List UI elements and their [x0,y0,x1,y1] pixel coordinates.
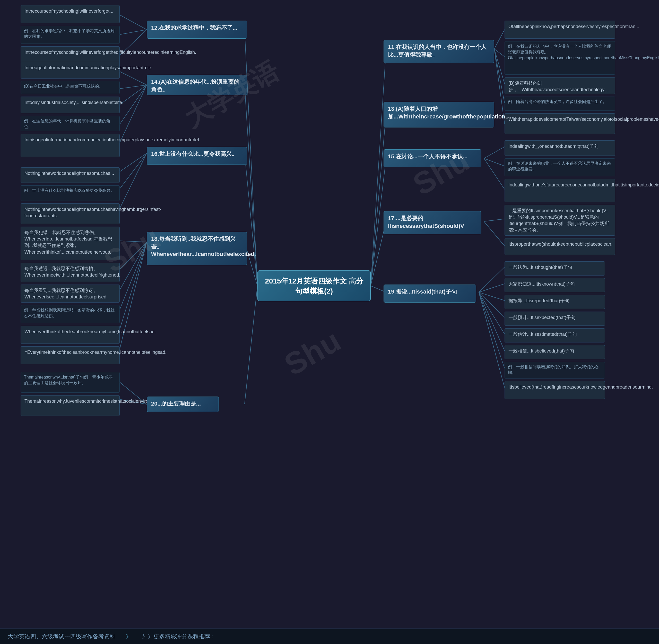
example-16-1: 例：世上没有什么比到快餐店吃汉堡更令我高兴。 [21,185,120,201]
branch-18-label: 18.每当我听到..我就忍不住感到兴奋。WheneverIhear...Ican… [151,236,256,257]
example-12-1-text: 例：在我的求学过程中，我忘不了学习英文所遭到的大困难。 [24,29,115,39]
example-11-1: 例：在我认识的人当中，也许没有一个人比我的英文老师张老师更值得我尊敬。Ofall… [504,41,615,75]
leaf-18-5: =EverytimeIthinkofthecleanbrooknearmyhom… [21,346,120,364]
svg-line-5 [118,14,147,30]
leaf-12-1: InthecourseofmyschoolingIwillneverforget… [21,5,120,23]
leaf-17-2: Itisproperthatwe(should)keepthepublicpla… [504,238,615,255]
leaf-14-3-text: Inthisageofinformationandcommunicationth… [24,137,200,142]
branch-11: 11.在我认识的人当中，也许没有一个人比...更值得我尊敬。 [383,40,494,63]
leaf-14-1-text: Intheageofinformationandcommunicationpla… [24,65,152,70]
bottom-bar-arrow1: 》 [126,632,132,641]
leaf-16-1-text: Nothingintheworldcandelightmesomuchas... [24,171,114,176]
leaf-18-2: 每当我遭遇...我就忍不住感到害怕。WheneverImeetwith...Ic… [21,263,120,282]
leaf-16-2-text: Nothingintheworldcandelightmesomuchashav… [24,207,161,218]
svg-line-13 [118,153,147,172]
leaf-19-4: 一般预计...Itisexpected(that)子句 [504,312,605,326]
leaf-17-1-text: ...是重要的Itisimportant/essentialthatS(shou… [509,208,610,233]
svg-line-29 [494,30,504,49]
leaf-19-2: 大家都知道...Itisknown(that)子句 [504,278,605,292]
branch-16: 16.世上没有什么比...更令我高兴。 [147,147,247,165]
leaf-14-1: Intheageofinformationandcommunicationpla… [21,62,120,78]
leaf-19-3: 据报导...Itisreported(that)子句 [504,295,605,309]
leaf-19-2-text: 大家都知道...Itisknown(that)子句 [509,281,575,286]
example-19-1: 例：一般相信阅读增加我们的知识、扩大我们的心胸。 [504,362,605,378]
leaf-19-3-text: 据报导...Itisreported(that)子句 [509,298,569,303]
svg-line-42 [479,292,504,317]
leaf-12-1-text: InthecourseofmyschoolingIwillneverforget… [24,8,113,14]
leaf-19-6-text: 一般相信...Itisbelieved(that)子句 [509,348,574,353]
leaf-11-2: (B)随着科技的进步，...Withtheadvanceofscienceand… [504,77,615,94]
branch-14: 14.(A)在这信息的年代...扮演重要的角色。 [147,75,247,95]
svg-line-43 [479,292,504,334]
example-12-1: 例：在我的求学过程中，我忘不了学习英文所遭到的大困难。 [21,26,120,44]
branch-17-label: 17....是必要的ItisnecessarythatS(should)V [388,215,464,229]
leaf-14-3: Inthisageofinformationandcommunicationth… [21,134,120,157]
example-15-1-text: 例：在讨论未来的职业，一个人不得不承认尽早决定未来的职业很重要。 [508,161,611,171]
leaf-19-7-text: Itisbelieved(that)readfingincreasesourkn… [509,385,653,390]
leaf-14-2-text: Intoday'sindustrialsociety,...isindispen… [24,100,123,105]
branch-12: 12.在我的求学过程中，我忘不了... [147,21,247,39]
branch-15-label: 15.在讨论...一个人不得不承认... [388,153,468,160]
branch-18: 18.每当我听到..我就忍不住感到兴奋。WheneverIhear...Ican… [147,232,247,265]
leaf-11-3: WiththerrapiddevelopmentofTaiwan'seconom… [504,113,615,134]
svg-line-31 [494,49,504,84]
example-19-1-text: 例：一般相信阅读增加我们的知识、扩大我们的心胸。 [508,365,598,375]
svg-line-37 [484,219,504,222]
svg-line-6 [118,30,147,35]
leaf-12-2-text: InthecourseofmyschoolingIwillneverforget… [24,50,196,55]
branch-15: 15.在讨论...一个人不得不承认... [383,150,481,167]
leaf-15-1: Indealingwith_,onecannotbutadmit(that)子句 [504,140,615,156]
leaf-18-1-text: 每当我犯错，我就忍不住感到悲伤。WheneverIdo...Icannotbut… [24,230,112,255]
branch-17: 17....是必要的ItisnecessarythatS(should)V [383,211,481,234]
branch-13: 13.(A)随着人口的增加...Withtheincrease/growthof… [383,102,494,128]
branch-14-label: 14.(A)在这信息的年代...扮演重要的角色。 [151,78,239,93]
leaf-20-1: ThemainreasonwhyJuvenilescommitcrimesist… [21,395,120,416]
svg-line-45 [479,292,504,368]
leaf-17-2-text: Itisproperthatwe(should)keepthepublicpla… [509,242,612,247]
branch-20: 20...的主要理由是... [147,396,219,412]
example-16-1-text: 例：世上没有什么比到快餐店吃汉堡更令我高兴。 [24,188,115,192]
leaf-15-1-text: Indealingwith_,onecannotbutadmit(that)子句 [509,144,599,149]
svg-line-19 [118,242,147,313]
leaf-18-2-text: 每当我遭遇...我就忍不住感到害怕。WheneverImeetwith...Ic… [24,266,120,278]
branch-19-label: 19.据说...Itissaid(that)子句 [388,289,457,295]
example-20-1-text: Themainreasonwhy...is(that)子句例：青少年犯罪的主要理… [24,375,113,385]
leaf-19-1: 一般认为...Itisthought(that)子句 [504,261,605,276]
watermark4: Shu [278,323,347,383]
example-14-1-text: (B)在今日工业社会中...是生命不可或缺的。 [24,84,103,88]
leaf-19-4-text: 一般预计...Itisexpected(that)子句 [509,315,575,320]
leaf-19-1-text: 一般认为...Itisthought(that)子句 [509,265,572,270]
bottom-bar-item1: 大学英语四、六级考试---四级写作备考资料 [8,633,115,640]
svg-line-34 [484,147,504,158]
svg-line-41 [479,292,504,300]
leaf-18-4: WheneverIthinkofthecleanbrooknearmyhome,… [21,326,120,344]
svg-line-9 [118,85,147,89]
leaf-11-3-text: WiththerrapiddevelopmentofTaiwan'seconom… [509,117,659,122]
example-11-2: 例：随着台湾经济的快速发展，许多社会问题产生了。 [504,96,615,111]
svg-line-18 [118,242,147,292]
example-15-1: 例：在讨论未来的职业，一个人不得不承认尽早决定未来的职业很重要。 [504,158,615,176]
leaf-17-1: ...是重要的Itisimportant/essentialthatS(shou… [504,205,615,236]
svg-line-16 [118,241,147,242]
example-20-1: Themainreasonwhy...is(that)子句例：青少年犯罪的主要理… [21,372,120,393]
svg-line-38 [484,222,504,246]
svg-line-21 [118,242,147,354]
leaf-19-5: 一般估计...Itisestimated(that)子句 [504,328,605,343]
svg-line-4 [244,286,257,404]
svg-line-25 [371,113,386,286]
bottom-bar-item2: 》》更多精彩冲分课程推荐： [142,633,216,640]
example-14-2-text: 例：在这信息的年代，计算机扮演非常重要的角色。 [24,119,111,129]
center-label: 2015年12月英语四级作文 高分句型模板(2) [265,277,363,295]
example-18-1: 例：每当我想到我家附近那一条清澈的小溪，我就忍不住感到悲伤。 [21,305,120,323]
mind-map: 大学英语 Shu Shu Shu 2015年12月英语四级作文 高分句型模板(2… [0,0,659,644]
leaf-11-1: Ofallthepeoplelknow,perhapsnondeservesmy… [504,21,615,39]
svg-line-15 [118,153,147,211]
center-node: 2015年12月英语四级作文 高分句型模板(2) [257,270,371,301]
bottom-bar: 大学英语四、六级考试---四级写作备考资料 》 》》更多精彩冲分课程推荐： [0,628,659,644]
svg-line-36 [484,158,504,189]
branch-13-label: 13.(A)随着人口的增加...Withtheincrease/growthof… [388,106,512,120]
svg-line-40 [479,284,504,292]
leaf-16-2: Nothingintheworldcandelightmesomuchashav… [21,203,120,224]
svg-line-8 [118,71,147,85]
leaf-11-2-text: (B)随着科技的进步，...Withtheadvanceofscienceand… [509,80,609,92]
